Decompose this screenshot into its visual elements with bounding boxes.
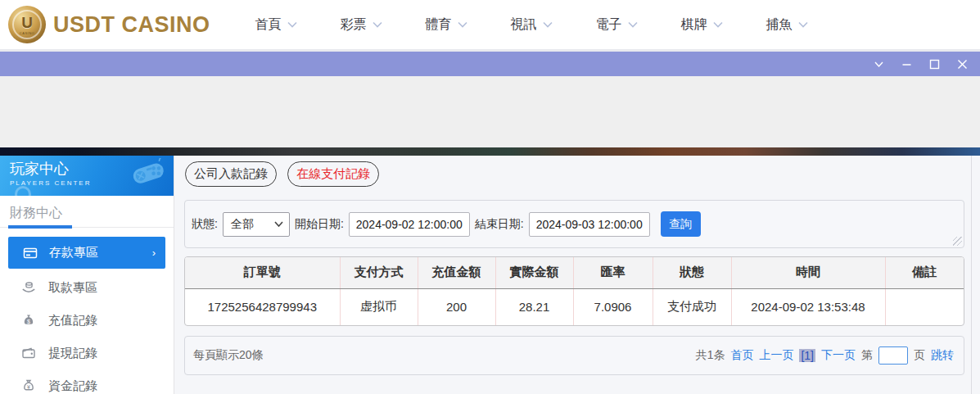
nav-item-label: 捕魚	[766, 16, 793, 34]
content-area: 玩家中心 PLAYERS CENTER 財務中心	[0, 156, 980, 394]
nav-item-label: 棋牌	[681, 16, 707, 34]
header-remark: 備註	[885, 257, 964, 288]
sidebar-item-withdraw-records[interactable]: 提現記錄	[0, 337, 174, 369]
empty-banner-area	[0, 76, 980, 147]
start-date-label: 開始日期:	[295, 217, 344, 232]
header-deposit-amount: 充值金額	[418, 257, 495, 288]
resize-grip-icon[interactable]	[953, 237, 962, 246]
jump-suffix-label: 页	[914, 348, 925, 363]
chevron-down-icon	[373, 21, 382, 28]
sidebar-item-label: 資金記錄	[48, 378, 97, 394]
players-center-header: 玩家中心 PLAYERS CENTER	[0, 156, 174, 196]
tab-company-deposit-records[interactable]: 公司入款記錄	[185, 161, 277, 187]
close-button[interactable]	[956, 58, 969, 70]
jump-prefix-label: 第	[861, 348, 873, 363]
credit-card-icon	[23, 246, 38, 260]
main-panel: 公司入款記錄 在線支付記錄 狀態: 全部 開始日期: 結束日期: 查詢	[184, 156, 964, 394]
nav-item-lottery[interactable]: 彩票	[341, 16, 382, 34]
table-row: 1725256428799943 虚拟币 200 28.21 7.0906 支付…	[185, 288, 964, 325]
jump-page-input[interactable]	[878, 346, 908, 365]
cell-status: 支付成功	[653, 288, 731, 325]
right-divider	[971, 156, 972, 394]
logo-letter: U	[21, 15, 33, 30]
svg-text:$: $	[27, 319, 30, 324]
money-bag-dollar-icon: $	[21, 313, 36, 328]
nav-item-fishing[interactable]: 捕魚	[766, 16, 808, 34]
nav-item-label: 彩票	[341, 16, 367, 34]
sidebar-item-deposit-zone[interactable]: 存款專區 ›	[8, 237, 165, 269]
jump-button[interactable]: 跳转	[931, 348, 954, 363]
logo-small-text: CASINO	[20, 31, 34, 35]
cell-pay-method: 虚拟币	[340, 288, 418, 325]
sidebar-item-deposit-records[interactable]: $ 充值記錄	[0, 304, 174, 337]
header-rate: 匯率	[573, 257, 653, 288]
page-size-text: 每頁顯示20條	[193, 348, 264, 363]
prev-page-link[interactable]: 上一页	[759, 348, 793, 363]
sidebar-item-fund-records[interactable]: ¥ 資金記錄	[0, 369, 174, 394]
total-count-text: 共1条	[696, 348, 725, 363]
brand-logo[interactable]: U CASINO USDT CASINO	[8, 6, 210, 43]
active-tab-underline	[8, 225, 72, 229]
filter-panel: 狀態: 全部 開始日期: 結束日期: 查詢	[184, 200, 964, 248]
sidebar: 玩家中心 PLAYERS CENTER 財務中心	[0, 156, 174, 394]
minimize-button[interactable]	[901, 58, 913, 70]
maximize-button[interactable]	[928, 58, 941, 70]
chevron-down-icon	[628, 21, 638, 28]
cell-remark	[885, 288, 964, 325]
banner-image-strip	[0, 147, 980, 156]
cell-actual-amount: 28.21	[495, 288, 573, 325]
svg-text:¥: ¥	[27, 384, 30, 390]
sidebar-item-withdraw-zone[interactable]: 取款專區	[0, 271, 174, 304]
nav-item-label: 視訊	[511, 16, 537, 34]
start-date-input[interactable]	[349, 212, 470, 237]
chevron-right-icon: ›	[152, 247, 156, 259]
nav-item-slots[interactable]: 電子	[596, 16, 638, 34]
money-bag-yen-icon: ¥	[21, 378, 36, 393]
current-page-indicator[interactable]: [1]	[799, 349, 815, 362]
chevron-down-icon	[458, 21, 467, 28]
nav-item-card-games[interactable]: 棋牌	[681, 16, 723, 34]
header-pay-method: 支付方式	[340, 257, 418, 288]
gamepad-icon	[126, 158, 169, 188]
brand-name: USDT CASINO	[53, 12, 210, 38]
end-date-input[interactable]	[529, 212, 650, 237]
records-table: 訂單號 支付方式 充值金額 實際金額 匯率 狀態 時間 備註 172525642	[184, 256, 964, 326]
sidebar-item-label: 取款專區	[48, 280, 97, 296]
table-header-row: 訂單號 支付方式 充值金額 實際金額 匯率 狀態 時間 備註	[185, 257, 964, 288]
finance-center-label: 財務中心	[10, 206, 62, 220]
status-selected-value: 全部	[231, 217, 254, 232]
nav-item-label: 體育	[426, 16, 452, 34]
query-button[interactable]: 查詢	[661, 211, 701, 237]
status-label: 狀態:	[192, 217, 218, 232]
nav-item-home[interactable]: 首頁	[255, 16, 297, 34]
next-page-link[interactable]: 下一页	[821, 348, 856, 363]
hand-coins-icon	[21, 280, 36, 295]
top-navbar: U CASINO USDT CASINO 首頁 彩票 體育 視訊	[0, 0, 980, 49]
sidebar-item-label: 提現記錄	[48, 346, 97, 361]
header-status: 狀態	[653, 257, 731, 288]
chevron-down-icon	[713, 21, 723, 28]
sidebar-item-label: 充值記錄	[48, 313, 97, 328]
first-page-link[interactable]: 首页	[730, 348, 753, 363]
finance-center-tab[interactable]: 財務中心	[0, 196, 174, 228]
cell-time: 2024-09-02 13:53:48	[731, 288, 885, 325]
window-titlebar	[0, 52, 980, 76]
header-order-no: 訂單號	[185, 257, 340, 288]
nav-item-live-video[interactable]: 視訊	[511, 16, 553, 34]
nav-item-sports[interactable]: 體育	[426, 16, 467, 34]
chevron-down-icon	[798, 21, 808, 28]
record-tabs: 公司入款記錄 在線支付記錄	[185, 161, 379, 187]
sidebar-menu: 取款專區 $ 充值記錄 提現記錄	[0, 271, 174, 394]
collapse-chevron-icon[interactable]	[873, 58, 885, 70]
pagination-bar: 每頁顯示20條 共1条 首页 上一页 [1] 下一页 第 页 跳转	[184, 336, 964, 375]
chevron-down-icon	[274, 221, 283, 227]
cell-deposit-amount: 200	[418, 288, 495, 325]
header-actual-amount: 實際金額	[495, 257, 573, 288]
header-time: 時間	[731, 257, 885, 288]
nav-item-label: 電子	[596, 16, 622, 34]
cell-order-no: 1725256428799943	[185, 288, 340, 325]
cell-rate: 7.0906	[573, 288, 653, 325]
tab-online-payment-records[interactable]: 在線支付記錄	[287, 161, 379, 187]
wallet-icon	[21, 346, 36, 360]
status-select[interactable]: 全部	[223, 212, 290, 237]
